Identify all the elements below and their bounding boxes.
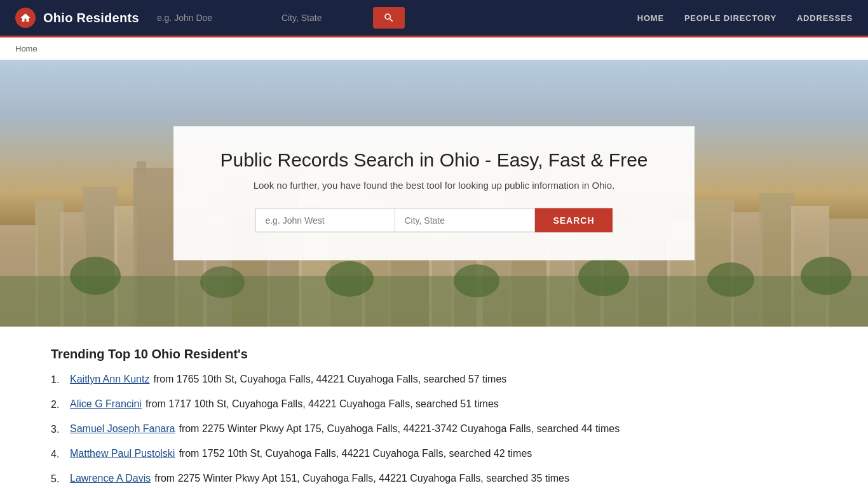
trending-list-item: Samuel Joseph Fanara from 2275 Winter Pk… [51, 421, 817, 437]
trending-person-link[interactable]: Samuel Joseph Fanara [70, 421, 175, 437]
svg-point-30 [70, 257, 121, 295]
nav-people-directory[interactable]: PEOPLE DIRECTORY [684, 13, 776, 23]
hero-overlay: Public Records Search in Ohio - Easy, Fa… [173, 126, 695, 261]
header: Ohio Residents HOME PEOPLE DIRECTORY ADD… [0, 0, 868, 36]
svg-point-35 [707, 262, 754, 297]
trending-list-item: Lawrence A Davis from 2275 Winter Pkwy A… [51, 471, 817, 487]
trending-person-link[interactable]: Alice G Francini [70, 396, 142, 412]
header-name-input[interactable] [157, 13, 259, 23]
trending-list-item: Kaitlyn Ann Kuntz from 1765 10th St, Cuy… [51, 372, 817, 388]
svg-point-36 [801, 257, 851, 295]
trending-list: Kaitlyn Ann Kuntz from 1765 10th St, Cuy… [51, 372, 817, 487]
trending-person-details: from 2275 Winter Pkwy Apt 151, Cuyahoga … [154, 471, 569, 486]
trending-list-item: Alice G Francini from 1717 10th St, Cuya… [51, 396, 817, 412]
trending-person-details: from 1717 10th St, Cuyahoga Falls, 44221… [146, 396, 499, 412]
trending-person-details: from 1765 10th St, Cuyahoga Falls, 44221… [153, 372, 506, 387]
hero-search-row: SEARCH [212, 208, 656, 233]
hero-section: Public Records Search in Ohio - Easy, Fa… [0, 60, 868, 327]
header-nav: HOME PEOPLE DIRECTORY ADDRESSES [637, 13, 853, 23]
svg-rect-6 [137, 161, 146, 174]
hero-name-input[interactable] [255, 208, 395, 233]
svg-point-31 [200, 266, 245, 298]
breadcrumb-home[interactable]: Home [15, 44, 37, 53]
hero-subtitle: Look no further, you have found the best… [212, 180, 656, 191]
trending-list-item: Matthew Paul Pustolski from 1752 10th St… [51, 446, 817, 462]
hero-search-button[interactable]: SEARCH [535, 208, 612, 233]
hero-title: Public Records Search in Ohio - Easy, Fa… [212, 149, 656, 171]
trending-title: Trending Top 10 Ohio Resident's [51, 347, 817, 362]
breadcrumb: Home [0, 37, 868, 60]
svg-point-33 [454, 264, 499, 297]
trending-person-details: from 1752 10th St, Cuyahoga Falls, 44221… [179, 446, 532, 461]
trending-person-link[interactable]: Lawrence A Davis [70, 471, 151, 486]
site-title: Ohio Residents [43, 11, 139, 25]
header-search-button[interactable] [373, 7, 405, 29]
nav-addresses[interactable]: ADDRESSES [797, 13, 853, 23]
svg-point-32 [325, 261, 374, 297]
nav-home[interactable]: HOME [637, 13, 664, 23]
main-content: Trending Top 10 Ohio Resident's Kaitlyn … [0, 327, 868, 488]
svg-point-34 [578, 258, 629, 296]
hero-city-input[interactable] [395, 208, 535, 233]
site-logo [15, 8, 36, 28]
trending-person-link[interactable]: Kaitlyn Ann Kuntz [70, 372, 149, 387]
trending-person-link[interactable]: Matthew Paul Pustolski [70, 446, 175, 461]
header-city-input[interactable] [281, 13, 358, 23]
trending-person-details: from 2275 Winter Pkwy Apt 175, Cuyahoga … [179, 421, 620, 437]
header-left: Ohio Residents [15, 7, 405, 29]
